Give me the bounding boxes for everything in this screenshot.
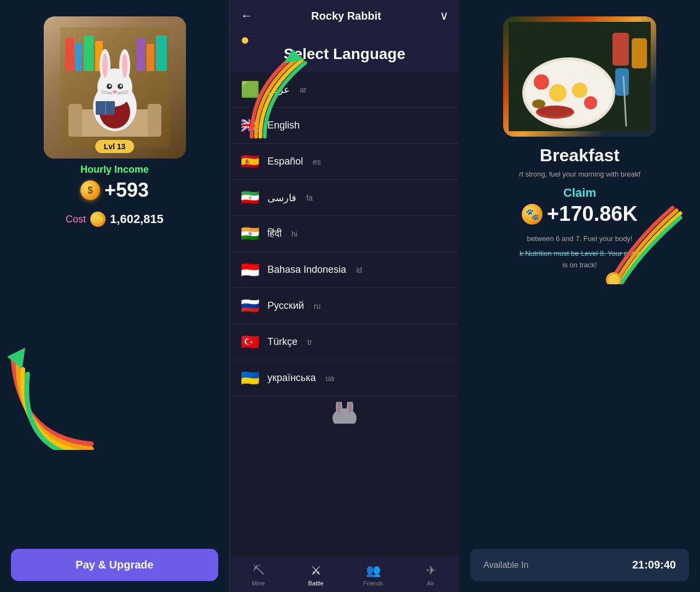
battle-icon: ⚔	[311, 564, 322, 578]
status-dot	[242, 37, 248, 44]
svg-point-23	[109, 85, 111, 87]
level-badge: Lvl 13	[95, 140, 135, 153]
claim-label: Claim	[563, 186, 596, 200]
nav-label-mine: Mine	[252, 580, 265, 587]
svg-point-49	[538, 106, 573, 116]
language-item-hi[interactable]: 🇮🇳 हिंदी hi	[230, 216, 459, 252]
language-item-id[interactable]: 🇮🇩 Bahasa Indonesia id	[230, 252, 459, 288]
header-title: Rocky Rabbit	[311, 10, 381, 22]
bottom-nav: ⛏ Mine ⚔ Battle 👥 Friends ✈ Air	[230, 558, 459, 592]
language-code-hi: hi	[291, 230, 298, 238]
language-name-en: English	[267, 120, 300, 131]
nutrition-normal: is on track!	[563, 261, 597, 269]
left-panel: Lvl 13 Hourly Income $ +593 Cost 🪙 1,602…	[0, 0, 230, 592]
svg-marker-32	[7, 348, 25, 369]
svg-rect-6	[147, 44, 154, 71]
income-value: +593	[104, 179, 149, 202]
coin-icon: $	[80, 180, 100, 200]
svg-point-56	[606, 272, 621, 284]
language-item-ru[interactable]: 🇷🇺 Русский ru	[230, 288, 459, 324]
time-description: between 6 and 7. Fuel your body!	[527, 235, 633, 243]
paw-coin-icon: 🐾	[522, 204, 542, 225]
available-label: Available In	[483, 560, 528, 570]
svg-point-37	[337, 402, 341, 413]
nav-item-friends[interactable]: 👥 Friends	[345, 558, 402, 592]
nav-label-friends: Friends	[363, 580, 383, 587]
select-language-title: Select Language	[230, 32, 459, 72]
back-button[interactable]: ←	[241, 9, 253, 23]
svg-point-43	[549, 84, 567, 102]
cost-value: 1,602,815	[110, 212, 164, 226]
svg-point-55	[606, 272, 621, 284]
svg-point-46	[534, 74, 549, 90]
language-name-hi: हिंदी	[267, 228, 282, 239]
center-panel: ← Rocky Rabbit ∨ Select Language 🟩 عربي …	[230, 0, 459, 592]
available-time: 21:09:40	[632, 559, 676, 571]
svg-point-50	[532, 99, 545, 108]
chevron-down-icon[interactable]: ∨	[440, 9, 448, 23]
language-code-id: id	[356, 266, 362, 274]
language-name-tr: Türkçe	[267, 336, 298, 348]
language-item-fa[interactable]: 🇮🇷 فارسی fa	[230, 180, 459, 216]
svg-rect-1	[66, 38, 74, 71]
language-code-fa: fa	[306, 194, 313, 202]
language-item-ar[interactable]: 🟩 عربي ar	[230, 72, 459, 108]
language-code-ru: ru	[314, 302, 320, 310]
language-item-en[interactable]: 🇬🇧 English	[230, 108, 459, 144]
language-code-es: es	[313, 157, 321, 166]
nav-label-air: Air	[427, 580, 434, 587]
svg-rect-53	[615, 68, 629, 96]
nutrition-strikethrough: k Nutrition must be Level 8. Your nutrit	[520, 249, 640, 257]
language-code-ar: ar	[300, 85, 306, 94]
svg-point-18	[102, 54, 108, 78]
svg-point-25	[113, 90, 117, 93]
breakfast-title: Breakfast	[540, 145, 620, 166]
available-bar: Available In 21:09:40	[470, 549, 689, 581]
cost-row: Cost 🪙 1,602,815	[66, 212, 164, 227]
svg-rect-10	[148, 104, 161, 137]
svg-point-45	[572, 83, 587, 98]
friends-icon: 👥	[366, 564, 381, 578]
svg-point-47	[584, 96, 597, 109]
claim-amount: +170.86K	[547, 202, 638, 226]
nutrition-text: k Nutrition must be Level 8. Your nutrit…	[520, 248, 640, 271]
language-name-id: Bahasa Indonesia	[267, 264, 346, 276]
income-row: $ +593	[80, 179, 149, 202]
svg-rect-5	[137, 38, 145, 71]
mine-icon: ⛏	[253, 564, 265, 578]
language-item-ua[interactable]: 🇺🇦 українська ua	[230, 360, 459, 396]
nav-item-battle[interactable]: ⚔ Battle	[287, 558, 345, 592]
pay-upgrade-button[interactable]: Pay & Upgrade	[11, 549, 218, 581]
breakfast-image	[503, 16, 656, 137]
nav-item-air[interactable]: ✈ Air	[402, 558, 459, 592]
rabbit-image: Lvl 13	[44, 16, 186, 159]
svg-point-20	[122, 54, 127, 78]
language-code-ua: ua	[326, 374, 335, 383]
svg-rect-52	[632, 38, 647, 68]
svg-rect-9	[68, 104, 82, 137]
svg-rect-2	[75, 44, 82, 71]
language-item-tr[interactable]: 🇹🇷 Türkçe tr	[230, 324, 459, 360]
language-name-ua: українська	[267, 372, 316, 384]
svg-point-57	[608, 274, 619, 284]
svg-point-38	[348, 402, 352, 413]
language-item-es[interactable]: 🇪🇸 Español es	[230, 144, 459, 180]
cost-coin-icon: 🪙	[90, 212, 106, 227]
language-list: 🟩 عربي ar 🇬🇧 English 🇪🇸 Español es 🇮🇷 فا…	[230, 72, 459, 558]
language-name-ru: Русский	[267, 300, 304, 312]
cost-label: Cost	[66, 214, 86, 225]
language-name-ar: عربي	[267, 84, 290, 96]
nav-item-mine[interactable]: ⛏ Mine	[230, 558, 287, 592]
svg-rect-51	[612, 33, 629, 66]
claim-amount-row: 🐾 +170.86K	[522, 202, 638, 226]
svg-point-24	[120, 85, 122, 87]
center-header: ← Rocky Rabbit ∨	[230, 0, 459, 32]
right-panel: Breakfast rt strong, fuel your morning w…	[459, 0, 700, 592]
svg-rect-3	[84, 36, 94, 71]
svg-rect-7	[156, 36, 167, 71]
language-name-es: Español	[267, 156, 303, 167]
breakfast-description: rt strong, fuel your morning with breakf	[519, 170, 640, 178]
air-icon: ✈	[426, 564, 436, 578]
nav-label-battle: Battle	[308, 580, 323, 587]
language-code-tr: tr	[307, 338, 312, 347]
